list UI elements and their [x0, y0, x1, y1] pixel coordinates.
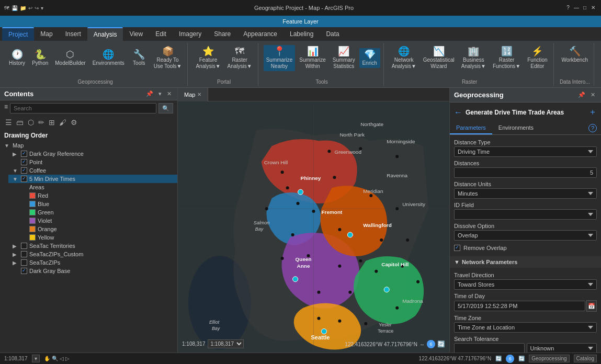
summarize-nearby-btn[interactable]: 📍 SummarizeNearby [264, 45, 296, 71]
environments-btn[interactable]: 🌐 Environments [90, 48, 127, 68]
check-coffee[interactable] [21, 167, 27, 174]
layer-green[interactable]: Green [25, 208, 177, 217]
expand-coffee[interactable]: ▼ [13, 168, 19, 174]
layer-icon-fill[interactable]: 🖌 [58, 117, 67, 128]
modelbuilder-btn[interactable]: ⬡ ModelBuilder [52, 48, 88, 68]
layer-yellow[interactable]: Yellow [25, 233, 177, 242]
time-zone-select[interactable]: Time Zone at Location UTC [454, 322, 597, 333]
history-btn[interactable]: 🕐 History [6, 48, 28, 68]
raster-functions-btn[interactable]: 🔢 RasterFunctions▼ [490, 45, 523, 71]
geoprocessing-status-tab[interactable]: Geoprocessing [529, 355, 569, 362]
tab-appearance[interactable]: Appearance [237, 27, 284, 41]
layer-5min-drive[interactable]: ▼ 5 Min Drive Times [8, 175, 177, 183]
map-tab[interactable]: Map ✕ [178, 88, 208, 101]
layer-violet[interactable]: Violet [25, 217, 177, 225]
search-tolerance-units-select[interactable]: Unknown Meters Feet [527, 343, 597, 352]
redo-icon[interactable]: ↪ [35, 5, 39, 11]
tab-project[interactable]: Project [2, 27, 34, 41]
time-calendar-btn[interactable]: 📅 [586, 300, 597, 312]
layer-icon-poly[interactable]: ⬡ [27, 117, 35, 128]
maximize-btn[interactable]: □ [581, 4, 588, 12]
open-icon[interactable]: 📁 [20, 5, 26, 11]
expand-seatac-zips[interactable]: ▶ [13, 260, 19, 266]
tab-share[interactable]: Share [208, 27, 237, 41]
layer-map[interactable]: ▼ Map [0, 141, 177, 150]
geostatistical-btn[interactable]: 📉 GeostatisticalWizard [421, 45, 457, 71]
undo-icon[interactable]: ↩ [28, 5, 32, 11]
layer-dark-gray-base[interactable]: Dark Gray Base [8, 267, 177, 275]
expand-dgr[interactable]: ▶ [13, 151, 19, 157]
save-icon[interactable]: 💾 [12, 5, 18, 11]
layer-icon-grid[interactable]: ⊞ [48, 117, 56, 128]
workbench-btn[interactable]: 🔨 Workbench [559, 45, 591, 65]
expand-map[interactable]: ▼ [4, 143, 10, 149]
layer-seatac-zips[interactable]: ▶ SeaTacZIPs [8, 258, 177, 267]
feature-analysis-btn[interactable]: ⭐ FeatureAnalysis▼ [193, 45, 223, 71]
layer-areas[interactable]: Areas [17, 183, 177, 191]
expand-5min[interactable]: ▼ [13, 176, 19, 182]
layer-coffee[interactable]: ▼ Coffee [8, 166, 177, 175]
layer-icon-tools[interactable]: ⚙ [70, 117, 78, 128]
sync-status-icon[interactable]: 🔄 [518, 356, 525, 361]
map-rotate-icon[interactable]: ↔ [419, 342, 425, 347]
layer-seatac-terr[interactable]: ▶ SeaTac Territories [8, 242, 177, 250]
contents-pin-btn[interactable]: 📌 [144, 90, 155, 98]
time-of-day-input[interactable] [454, 301, 585, 311]
close-btn[interactable]: ✕ [589, 4, 597, 12]
contents-close-btn[interactable]: ✕ [165, 90, 173, 98]
layer-orange[interactable]: Orange [25, 225, 177, 233]
travel-direction-select[interactable]: Toward Stores Away from Stores [454, 279, 597, 290]
help-btn[interactable]: ? [564, 4, 572, 12]
check-seatac-custom[interactable] [21, 251, 27, 257]
layer-blue[interactable]: Blue [25, 200, 177, 208]
expand-seatac-custom[interactable]: ▶ [13, 252, 19, 257]
contents-search-btn[interactable]: 🔍 [158, 103, 173, 113]
distance-units-select[interactable]: Minutes Hours Miles Kilometers [454, 188, 597, 199]
catalog-status-tab[interactable]: Catalog [574, 355, 597, 362]
tools-btn[interactable]: 🔧 Tools [129, 48, 150, 68]
layer-red[interactable]: Red [25, 191, 177, 200]
map-canvas[interactable]: Northgate North Park Morningside Crown H… [178, 101, 449, 352]
remove-overlap-check[interactable] [454, 245, 460, 251]
check-point[interactable] [21, 159, 27, 165]
geo-tab-parameters[interactable]: Parameters [450, 122, 492, 134]
tab-view[interactable]: View [123, 27, 149, 41]
check-dgbase[interactable] [21, 268, 27, 274]
zoom-in-icon[interactable]: 🔍 [52, 356, 58, 361]
check-seatac-terr[interactable] [21, 243, 27, 249]
next-extent-icon[interactable]: ▷ [65, 356, 70, 361]
tab-map[interactable]: Map [34, 27, 59, 41]
tab-labeling[interactable]: Labeling [284, 27, 320, 41]
tab-analysis[interactable]: Analysis [87, 27, 123, 41]
network-analysis-btn[interactable]: 🌐 NetworkAnalysis▼ [389, 45, 419, 71]
sync-icon[interactable]: 🔄 [437, 340, 445, 348]
expand-seatac-terr[interactable]: ▶ [13, 243, 19, 249]
enrich-btn[interactable]: 💎 Enrich [359, 48, 380, 68]
layer-icon-pencil[interactable]: ✏ [37, 117, 46, 128]
layer-darkgray-ref[interactable]: ▶ Dark Gray Reference [8, 150, 177, 158]
check-darkgray-ref[interactable] [21, 151, 27, 157]
summary-stats-btn[interactable]: 📈 SummaryStatistics [330, 45, 358, 71]
layer-point[interactable]: Point [8, 158, 177, 166]
geo-help-btn[interactable]: ? [588, 124, 597, 132]
geo-panel-pin-btn[interactable]: 📌 [576, 91, 587, 99]
tab-insert[interactable]: Insert [59, 27, 87, 41]
geo-back-btn[interactable]: ← [454, 108, 462, 117]
geo-panel-close-btn[interactable]: ✕ [589, 91, 597, 99]
scale-dropdown-btn[interactable]: ▾ [32, 355, 40, 362]
python-btn[interactable]: 🐍 Python [29, 48, 51, 68]
check-seatac-zips[interactable] [21, 259, 27, 266]
id-field-select[interactable] [454, 209, 597, 220]
scale-select[interactable]: 1:108,317 [208, 339, 244, 348]
tab-edit[interactable]: Edit [149, 27, 173, 41]
contents-menu-btn[interactable]: ▾ [157, 90, 163, 98]
function-editor-btn[interactable]: ⚡ FunctionEditor [525, 45, 550, 71]
check-5min[interactable] [21, 176, 27, 182]
ready-to-use-btn[interactable]: 📦 Ready ToUse Tools▼ [151, 45, 185, 71]
layer-seatac-zips-custom[interactable]: ▶ SeaTacZIPs_Custom [8, 250, 177, 258]
pan-icon[interactable]: ✋ [44, 356, 50, 361]
business-analysis-btn[interactable]: 🏢 BusinessAnalysis▼ [459, 45, 489, 71]
layer-icon-db[interactable]: 🗃 [15, 117, 25, 128]
dissolve-option-select[interactable]: Overlap Dissolve [454, 230, 597, 241]
geo-tab-environments[interactable]: Environments [492, 122, 540, 134]
